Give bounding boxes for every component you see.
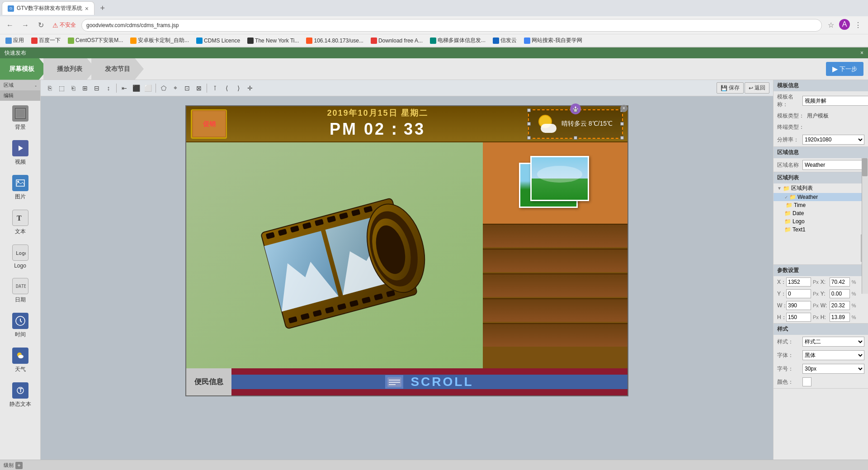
toolbar-btn-7[interactable]: ⇤ xyxy=(119,83,130,94)
toolbar-btn-11[interactable]: ⌖ xyxy=(170,83,181,94)
breadcrumb-step-0[interactable]: 屏幕模板 xyxy=(0,58,48,80)
toolbar-btn-17[interactable]: ✛ xyxy=(245,83,255,94)
tree-node-weather[interactable]: ✓ 📁 Weather xyxy=(774,193,868,201)
return-button[interactable]: ↩ 返回 xyxy=(745,82,769,94)
toolbar-btn-14[interactable]: ⊺ xyxy=(209,83,220,94)
reload-button[interactable]: ↻ xyxy=(34,19,47,32)
bookmark-ip[interactable]: 106.14.80.173/use... xyxy=(304,38,365,44)
date-text: 2019年10月15日 星期二 xyxy=(327,108,428,118)
x-pct-input[interactable] xyxy=(830,277,850,287)
new-tab-button[interactable]: + xyxy=(96,2,109,14)
terminal-type-row: 终端类型： xyxy=(774,122,868,133)
quick-publish-close[interactable]: × xyxy=(860,50,863,56)
tab-close-btn[interactable]: × xyxy=(85,5,89,12)
resize-handle-br[interactable] xyxy=(620,136,624,140)
color-picker[interactable] xyxy=(802,377,811,386)
resize-handle-mr[interactable] xyxy=(620,122,624,126)
y-pct-input[interactable] xyxy=(830,289,850,298)
toolbar-btn-9[interactable]: ⬜ xyxy=(142,83,153,94)
h-input[interactable] xyxy=(786,313,811,322)
tree-node-root[interactable]: ▼ 📁 区域列表 xyxy=(774,183,868,193)
toolbar-btn-2[interactable]: ⬚ xyxy=(56,83,67,94)
sidebar-item-background[interactable]: 背景 xyxy=(0,101,40,136)
add-level-button[interactable]: + xyxy=(15,462,23,469)
bookmark-cloud[interactable]: 信发云 xyxy=(491,37,519,44)
bookmark-search[interactable]: 网站搜索-我自要学网 xyxy=(522,37,584,44)
tree-node-date[interactable]: 📁 Date xyxy=(774,209,868,217)
toolbar-btn-3[interactable]: ⎗ xyxy=(68,83,79,94)
toolbar-btn-12[interactable]: ⊡ xyxy=(182,83,193,94)
bookmark-baidu[interactable]: 百度一下 xyxy=(29,37,62,44)
menu-button[interactable]: ⋮ xyxy=(852,19,864,32)
x-input[interactable] xyxy=(786,277,811,287)
resize-handle-tm[interactable] xyxy=(574,108,577,112)
sidebar-item-text[interactable]: T 文本 xyxy=(0,205,40,240)
tree-node-text1[interactable]: 📁 Text1 xyxy=(774,226,868,234)
security-badge: ⚠ 不安全 xyxy=(50,21,79,29)
w-pct-input[interactable] xyxy=(830,301,850,310)
bookmark-adobe[interactable]: Download free A... xyxy=(369,38,425,44)
toolbar-btn-6[interactable]: ↕ xyxy=(103,83,114,94)
sidebar-item-logo[interactable]: Logo Logo xyxy=(0,240,40,273)
forward-button[interactable]: → xyxy=(19,19,32,32)
active-tab[interactable]: G GTV数字标牌发布管理系统 × xyxy=(2,1,94,15)
font-select[interactable]: 黑体 宋体 xyxy=(802,350,864,360)
y-input[interactable] xyxy=(786,289,811,298)
resolution-select[interactable]: 1920x1080 xyxy=(802,135,864,145)
region-name-input[interactable] xyxy=(802,160,868,170)
sidebar-item-video[interactable]: 视频 xyxy=(0,136,40,170)
toolbar-btn-4[interactable]: ⊞ xyxy=(80,83,90,94)
weather-region[interactable]: × 晴转多云 8℃/15℃ xyxy=(528,109,623,139)
bookmark-nyt[interactable]: The New York Ti... xyxy=(245,38,301,44)
toolbar-btn-10[interactable]: ⬠ xyxy=(158,83,169,94)
toolbar-btn-13[interactable]: ⊠ xyxy=(193,83,204,94)
scrollbar-thumb[interactable] xyxy=(862,158,868,176)
bookmark-button[interactable]: ☆ xyxy=(825,19,837,32)
sidebar-section-expand[interactable]: - xyxy=(35,83,37,88)
toolbar-btn-1[interactable]: ⎘ xyxy=(44,83,55,94)
style-select[interactable]: 样式二 样式一 样式三 xyxy=(802,337,864,347)
left-sidebar: 区域 - 编辑 背景 视频 xyxy=(0,80,41,460)
tree-node-logo[interactable]: 📁 Logo xyxy=(774,217,868,226)
save-button[interactable]: 💾 保存 xyxy=(717,82,744,94)
resize-handle-tl[interactable] xyxy=(527,108,531,112)
breadcrumb-step-2[interactable]: 发布节目 xyxy=(91,58,144,80)
toolbar-btn-5[interactable]: ⊟ xyxy=(91,83,102,94)
sidebar-item-weather[interactable]: 天气 xyxy=(0,343,40,378)
sidebar-item-date[interactable]: DATE 日期 xyxy=(0,273,40,308)
toolbar-btn-8[interactable]: ⬛ xyxy=(131,83,142,94)
template-name-input[interactable] xyxy=(802,96,868,106)
toolbar-btn-15[interactable]: ⟨ xyxy=(221,83,232,94)
toolbar-btn-16[interactable]: ⟩ xyxy=(233,83,244,94)
next-button[interactable]: ▶ 下一步 xyxy=(826,62,863,76)
bookmark-elevator[interactable]: 电梯多媒体信息发... xyxy=(428,37,487,44)
template-type-value: 用户模板 xyxy=(807,112,864,120)
size-select[interactable]: 30px 24px 36px xyxy=(802,364,864,374)
sidebar-item-image[interactable]: 图片 xyxy=(0,170,40,205)
weather-close-btn[interactable]: × xyxy=(620,105,627,112)
style-row: 样式： 样式二 样式一 样式三 xyxy=(774,335,868,348)
font-label: 字体： xyxy=(777,352,800,359)
back-button[interactable]: ← xyxy=(4,19,16,32)
sidebar-section-edit-label: 编辑 xyxy=(4,92,14,99)
sidebar-item-static-text[interactable]: T 静态文本 xyxy=(0,378,40,413)
sidebar-item-time[interactable]: 时间 xyxy=(0,308,40,343)
tree-node-time[interactable]: 📁 Time xyxy=(774,201,868,209)
bookmark-android[interactable]: 安卓板卡定制_自助... xyxy=(128,37,191,44)
right-sidebar-scrollbar[interactable] xyxy=(862,158,868,294)
resize-handle-bl[interactable] xyxy=(527,136,531,140)
bookmark-cdms[interactable]: CDMS Licence xyxy=(194,38,242,44)
resize-handle-bm[interactable] xyxy=(574,136,577,140)
bookmark-centos[interactable]: CentOS7下安装M... xyxy=(66,37,125,44)
breadcrumb-step-1[interactable]: 播放列表 xyxy=(43,58,96,80)
h-pct-input[interactable] xyxy=(830,313,850,322)
w-input[interactable] xyxy=(786,301,811,310)
color-row: 颜色： xyxy=(774,376,868,388)
profile-button[interactable]: A xyxy=(839,19,850,30)
url-bar[interactable]: goodviewtv.com/cdms/cdms_frams.jsp xyxy=(81,19,822,32)
region-info-title: 区域信息 xyxy=(774,147,868,158)
bookmark-apps[interactable]: 应用 xyxy=(4,37,26,44)
toolbar-separator-3 xyxy=(207,84,207,93)
resize-handle-ml[interactable] xyxy=(527,122,531,126)
svg-text:DATE: DATE xyxy=(16,284,26,289)
